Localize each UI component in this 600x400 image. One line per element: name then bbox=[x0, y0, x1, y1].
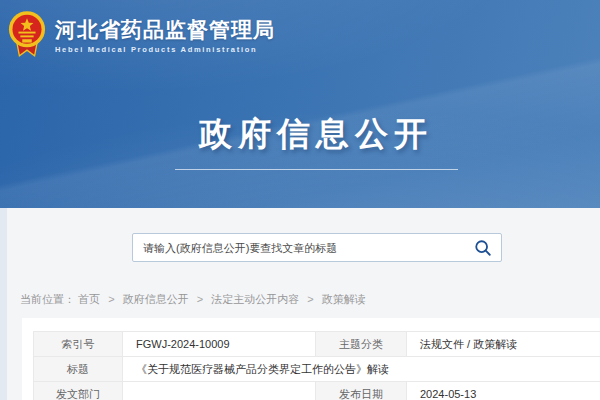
page: { "brand": { "org_name_zh": "河北省药品监督管理局"… bbox=[0, 0, 600, 400]
search-input[interactable] bbox=[143, 234, 463, 261]
site-logo[interactable]: 河北省药品监督管理局 Hebei Medical Products Admini… bbox=[8, 10, 275, 58]
index-label-cell: 索引号 bbox=[34, 332, 123, 357]
document-info-table: 索引号 FGWJ-2024-10009 主题分类 法规文件 / 政策解读 标题 … bbox=[33, 331, 600, 400]
breadcrumb-item-policy-interpretation[interactable]: 政策解读 bbox=[322, 293, 366, 305]
org-name-zh: 河北省药品监督管理局 bbox=[55, 19, 275, 41]
site-header: 河北省药品监督管理局 Hebei Medical Products Admini… bbox=[0, 0, 600, 208]
search-box bbox=[132, 233, 502, 262]
category-value-cell: 法规文件 / 政策解读 bbox=[407, 332, 600, 357]
table-row: 索引号 FGWJ-2024-10009 主题分类 法规文件 / 政策解读 bbox=[34, 332, 600, 357]
table-row: 标题 《关于规范医疗器械产品分类界定工作的公告》解读 bbox=[34, 357, 600, 382]
category-label-cell: 主题分类 bbox=[316, 332, 407, 357]
breadcrumb-item-statutory-disclosure[interactable]: 法定主动公开内容 bbox=[211, 293, 299, 305]
breadcrumb-prefix: 当前位置： bbox=[20, 293, 75, 305]
breadcrumb-item-gov-info[interactable]: 政府信息公开 bbox=[123, 293, 189, 305]
breadcrumb-separator: > bbox=[108, 293, 114, 305]
china-national-emblem-icon bbox=[8, 10, 46, 58]
date-label-cell: 发布日期 bbox=[316, 382, 407, 400]
org-name-en: Hebei Medical Products Administration bbox=[55, 45, 275, 54]
dept-value-cell bbox=[123, 382, 316, 400]
banner-title: 政府信息公开 bbox=[0, 112, 600, 157]
dept-label-cell: 发文部门 bbox=[34, 382, 123, 400]
content-section: 当前位置： 首页 > 政府信息公开 > 法定主动公开内容 > 政策解读 索引号 … bbox=[0, 208, 600, 400]
table-row: 发文部门 发布日期 2024-05-13 bbox=[34, 382, 600, 400]
banner-title-underline bbox=[175, 169, 458, 170]
breadcrumb-item-home[interactable]: 首页 bbox=[78, 293, 100, 305]
page-edge-strip bbox=[0, 208, 7, 400]
document-info-card: 索引号 FGWJ-2024-10009 主题分类 法规文件 / 政策解读 标题 … bbox=[22, 318, 600, 400]
date-value-cell: 2024-05-13 bbox=[407, 382, 600, 400]
search-icon bbox=[474, 239, 492, 257]
title-label-cell: 标题 bbox=[34, 357, 123, 382]
title-value-cell: 《关于规范医疗器械产品分类界定工作的公告》解读 bbox=[123, 357, 600, 382]
search-button[interactable] bbox=[473, 239, 493, 259]
index-value-cell: FGWJ-2024-10009 bbox=[123, 332, 316, 357]
breadcrumb-separator: > bbox=[197, 293, 203, 305]
breadcrumb: 当前位置： 首页 > 政府信息公开 > 法定主动公开内容 > 政策解读 bbox=[20, 292, 366, 307]
breadcrumb-separator: > bbox=[307, 293, 313, 305]
brand-text: 河北省药品监督管理局 Hebei Medical Products Admini… bbox=[55, 10, 275, 54]
